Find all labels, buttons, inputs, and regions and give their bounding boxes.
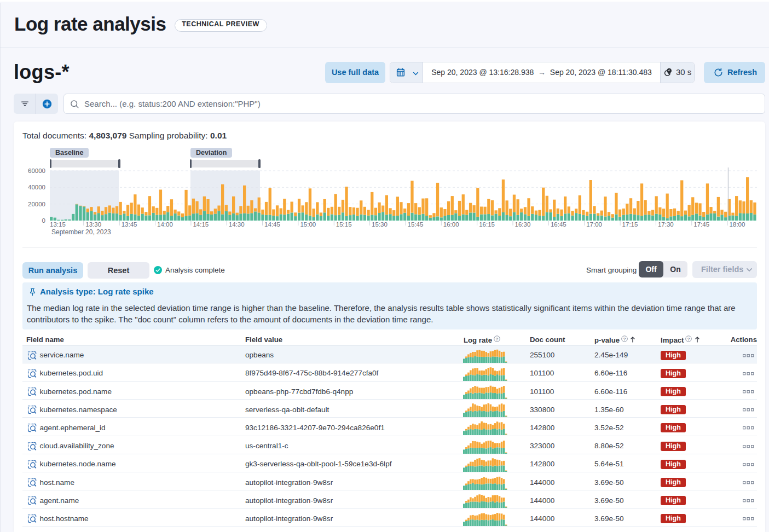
svg-text:16:00: 16:00 [443,221,459,228]
svg-text:20000: 20000 [28,201,45,207]
svg-text:14:45: 14:45 [264,221,280,228]
svg-text:16:15: 16:15 [479,221,495,228]
svg-text:14:00: 14:00 [157,221,173,228]
svg-text:September 20, 2023: September 20, 2023 [51,228,111,236]
svg-text:15:00: 15:00 [300,221,316,228]
svg-text:15:15: 15:15 [336,221,352,228]
svg-text:14:15: 14:15 [193,221,209,228]
svg-text:13:45: 13:45 [122,221,137,228]
svg-text:17:45: 17:45 [693,221,709,228]
svg-text:17:30: 17:30 [658,221,674,228]
svg-text:13:30: 13:30 [85,221,101,228]
svg-text:14:30: 14:30 [229,221,245,228]
svg-text:16:30: 16:30 [515,221,531,228]
svg-text:0: 0 [42,217,45,224]
svg-text:15:45: 15:45 [408,221,424,228]
svg-text:13:15: 13:15 [50,221,66,228]
svg-text:18:00: 18:00 [730,221,745,228]
svg-text:60000: 60000 [28,167,45,174]
svg-text:15:30: 15:30 [372,221,388,228]
svg-text:?: ? [623,337,626,342]
svg-text:17:15: 17:15 [622,221,638,228]
svg-text:16:45: 16:45 [551,221,566,228]
svg-text:?: ? [495,337,498,342]
svg-text:40000: 40000 [28,184,45,190]
svg-text:17:00: 17:00 [586,221,602,228]
svg-text:?: ? [687,337,690,342]
